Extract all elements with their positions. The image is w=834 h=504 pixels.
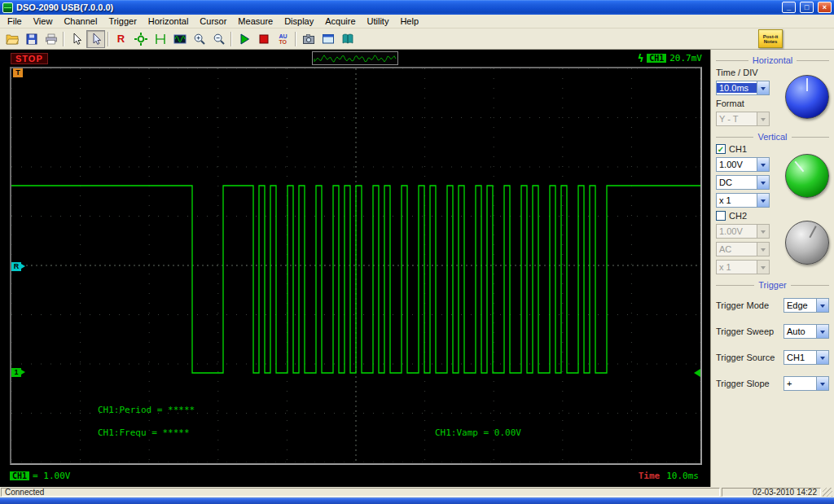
ch1-volt-select[interactable]: 1.00V [716, 157, 770, 172]
title-bar: DSO-2090 USB(7.0.0.0) _ □ × [0, 0, 834, 15]
zoom-out-icon [213, 33, 226, 46]
select-cursor-button[interactable] [67, 30, 86, 48]
trigger-position-marker[interactable]: T [13, 68, 23, 77]
trigger-mode-label: Trigger Mode [716, 300, 769, 310]
run-status-badge: STOP [11, 53, 48, 64]
display-mode-button[interactable] [318, 30, 337, 48]
timebase-value: 10.0ms [666, 471, 699, 481]
ch2-coupling-select: AC [716, 242, 770, 256]
chevron-down-icon[interactable] [757, 194, 769, 207]
scope-top-strip: STOP ϟ CH1 20.7mV [0, 50, 710, 67]
ch2-checkbox[interactable] [716, 211, 726, 221]
chevron-down-icon[interactable] [816, 351, 828, 364]
trigger-sweep-label: Trigger Sweep [716, 327, 774, 336]
ch1-label: CH1 [729, 144, 747, 154]
chevron-down-icon[interactable] [757, 81, 769, 94]
menu-trigger[interactable]: Trigger [103, 15, 142, 27]
zoom-out-button[interactable] [209, 30, 228, 48]
windows-taskbar[interactable] [0, 497, 834, 504]
menu-bar: File View Channel Trigger Horizontal Cur… [0, 15, 834, 28]
menu-view[interactable]: View [28, 15, 59, 27]
zoom-in-button[interactable] [190, 30, 208, 48]
minimize-button[interactable]: _ [782, 2, 796, 13]
stop-icon [257, 33, 270, 46]
toolbar-separator [108, 32, 109, 46]
scope-grid-waveform [11, 68, 700, 462]
ch2-probe-select: x 1 [716, 260, 770, 274]
timebase-label: Time [639, 471, 661, 481]
auto-setup-button[interactable]: AUTO [274, 30, 292, 48]
help-button[interactable] [338, 30, 357, 48]
ch1-checkbox[interactable] [716, 144, 726, 154]
menu-cursor[interactable]: Cursor [194, 15, 232, 27]
scope-column: STOP ϟ CH1 20.7mV T R 1 CH1:Period = ***… [0, 50, 710, 487]
channel-scale-value: = 1.00V [33, 471, 70, 481]
display-mode-icon [322, 33, 335, 46]
pan-cursor-button[interactable] [86, 30, 105, 48]
horizontal-section-title: Horizontal [716, 55, 829, 65]
time-div-select[interactable]: 10.0ms [716, 81, 770, 95]
trigger-source-select[interactable]: CH1 [784, 350, 829, 365]
time-div-label: Time / DIV [716, 68, 771, 77]
menu-utility[interactable]: Utility [362, 15, 395, 27]
measure-button[interactable] [151, 30, 169, 48]
chevron-down-icon[interactable] [757, 158, 769, 171]
format-select: Y - T [716, 112, 770, 126]
measure-icon [154, 33, 167, 46]
scope-display: T R 1 CH1:Period = ***** CH1:Frequ = ***… [10, 67, 702, 465]
menu-display[interactable]: Display [279, 15, 319, 27]
ch2-position-knob[interactable] [785, 221, 829, 265]
waveform-display-button[interactable] [170, 30, 189, 48]
save-icon [25, 33, 38, 46]
open-button[interactable] [2, 30, 21, 48]
window-title: DSO-2090 USB(7.0.0.0) [16, 2, 778, 12]
start-icon [238, 33, 251, 46]
close-button[interactable]: × [818, 2, 832, 13]
trigger-level-marker[interactable] [690, 369, 700, 377]
horizontal-position-knob[interactable] [785, 75, 829, 119]
trigger-slope-select[interactable]: + [784, 376, 829, 391]
app-window: DSO-2090 USB(7.0.0.0) _ □ × File View Ch… [0, 0, 834, 504]
trigger-sweep-select[interactable]: Auto [784, 324, 829, 339]
start-button[interactable] [235, 30, 253, 48]
chevron-down-icon [757, 261, 769, 274]
snapshot-button[interactable] [299, 30, 318, 48]
trigger-mode-select[interactable]: Edge [784, 298, 829, 313]
trigger-source-label: Trigger Source [716, 353, 775, 362]
menu-channel[interactable]: Channel [58, 15, 103, 27]
measurement-period: CH1:Period = ***** [98, 405, 195, 415]
settings-button[interactable] [131, 30, 150, 48]
trigger-section-title: Trigger [716, 280, 829, 290]
auto-setup-icon: AUTO [279, 33, 287, 45]
print-icon [45, 33, 58, 46]
chevron-down-icon[interactable] [757, 176, 769, 189]
menu-help[interactable]: Help [394, 15, 424, 27]
chevron-down-icon[interactable] [816, 377, 828, 390]
ch1-probe-select[interactable]: x 1 [716, 193, 770, 208]
menu-file[interactable]: File [2, 15, 28, 27]
toolbar: R AUTO Post-it Notes [0, 28, 834, 50]
resize-grip[interactable] [823, 488, 832, 497]
print-button[interactable] [42, 30, 60, 48]
settings-gear-icon [134, 33, 147, 46]
ch2-label: CH2 [729, 211, 747, 221]
channel1-ground-marker[interactable]: 1 [11, 368, 21, 377]
menu-measure[interactable]: Measure [232, 15, 279, 27]
trigger-slope-label: Trigger Slope [716, 379, 770, 388]
chevron-down-icon[interactable] [816, 325, 828, 338]
toolbar-separator [295, 32, 296, 46]
ch1-position-knob[interactable] [785, 154, 829, 198]
refresh-button[interactable]: R [112, 30, 130, 48]
save-button[interactable] [22, 30, 41, 48]
help-book-icon [341, 33, 354, 46]
menu-horizontal[interactable]: Horizontal [143, 15, 195, 27]
maximize-button[interactable]: □ [800, 2, 814, 13]
waveform-preview[interactable] [312, 51, 398, 65]
post-it-notes-icon[interactable]: Post-it Notes [758, 29, 783, 48]
stop-button[interactable] [254, 30, 273, 48]
reference-marker[interactable]: R [11, 262, 21, 271]
chevron-down-icon[interactable] [816, 299, 828, 312]
zoom-in-icon [193, 33, 206, 46]
ch1-coupling-select[interactable]: DC [716, 175, 770, 190]
menu-acquire[interactable]: Acquire [319, 15, 361, 27]
